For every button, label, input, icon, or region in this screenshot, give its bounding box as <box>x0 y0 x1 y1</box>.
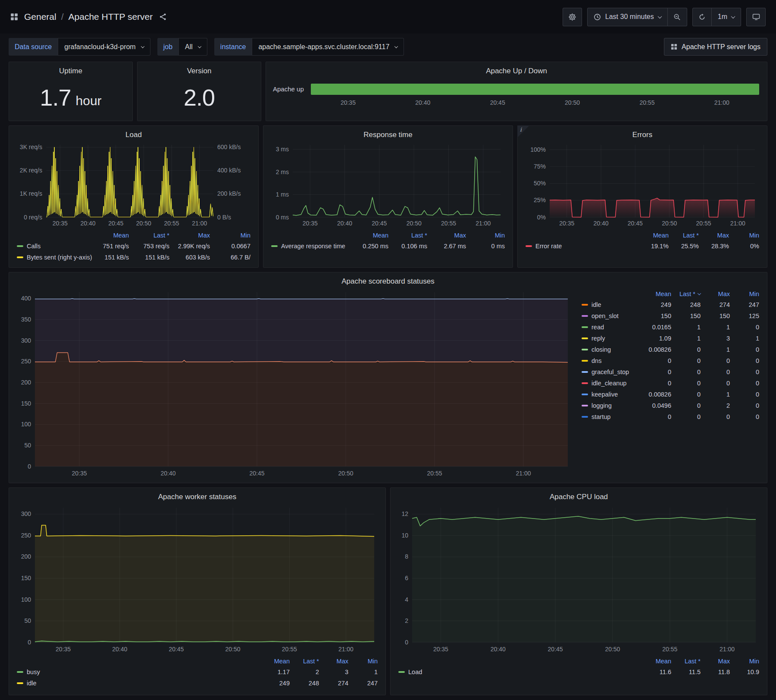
errors-panel: i Errors 0%25%50%75%100%20:3520:4020:452… <box>517 125 767 268</box>
legend-header[interactable]: Last * <box>673 658 701 665</box>
legend-header[interactable]: Mean <box>351 232 388 239</box>
cpu-load-chart[interactable]: 02468101220:3520:4020:4520:5020:5521:00 <box>396 503 762 655</box>
legend-item[interactable]: open_slot <box>582 312 642 319</box>
svg-text:0 req/s: 0 req/s <box>24 214 42 221</box>
legend-value: 0.0496 <box>644 402 671 409</box>
load-chart[interactable]: 0 req/s1K req/s2K req/s3K req/s0 B/s200 … <box>14 141 253 229</box>
series-color-dash <box>582 394 588 395</box>
series-color-dash <box>582 349 588 350</box>
panel-title[interactable]: Apache Up / Down <box>271 65 762 78</box>
svg-text:21:00: 21:00 <box>338 646 354 653</box>
legend-item[interactable]: startup <box>582 413 642 420</box>
legend-value: 19.1% <box>640 243 669 250</box>
panel-title[interactable]: Apache scoreboard statuses <box>14 275 762 288</box>
legend-header[interactable]: Max <box>429 232 466 239</box>
legend-header[interactable]: Mean <box>262 658 290 665</box>
panel-title[interactable]: Apache worker statuses <box>14 491 380 503</box>
tv-mode-button[interactable] <box>746 8 766 26</box>
legend-header[interactable]: Last * <box>131 232 169 239</box>
legend-item[interactable]: Calls <box>17 243 88 250</box>
worker-statuses-chart[interactable]: 05010015020025030020:3520:4020:4520:5020… <box>14 503 380 655</box>
panel-info-icon[interactable]: i <box>517 125 529 138</box>
zoom-out-button[interactable] <box>668 8 687 26</box>
breadcrumb-dashboard-title: Apache HTTP server <box>69 12 153 22</box>
legend-value: 249 <box>262 680 290 687</box>
legend-item[interactable]: idle <box>582 301 642 308</box>
legend-item[interactable]: idle_cleanup <box>582 380 642 387</box>
legend-header[interactable]: Mean <box>640 232 669 239</box>
legend-header[interactable]: Max <box>702 658 730 665</box>
legend-value: 11.5 <box>673 669 701 675</box>
legend-header[interactable]: Mean <box>644 291 671 297</box>
svg-text:20:40: 20:40 <box>593 220 608 227</box>
panel-title[interactable]: Uptime <box>14 65 127 78</box>
legend-item[interactable]: Error rate <box>526 243 638 250</box>
legend-header[interactable]: Max <box>171 232 210 239</box>
legend-header[interactable]: Mean <box>90 232 129 239</box>
legend-value: 0.00826 <box>644 346 671 353</box>
breadcrumb-folder[interactable]: General <box>24 12 56 22</box>
share-icon[interactable] <box>159 13 167 21</box>
legend-item[interactable]: reply <box>582 335 642 342</box>
instance-select[interactable]: apache.sample-apps.svc.cluster.local:911… <box>252 38 404 56</box>
legend-header[interactable]: Last * <box>390 232 427 239</box>
legend-header[interactable]: Last * <box>673 291 701 297</box>
datasource-select[interactable]: grafanacloud-k3d-prom <box>58 38 150 56</box>
legend-header[interactable]: Min <box>212 232 250 239</box>
legend-item[interactable]: Load <box>398 669 642 675</box>
version-stat: 2.0 <box>143 78 256 117</box>
apache-logs-button[interactable]: Apache HTTP server logs <box>664 38 767 56</box>
legend-row: startup0000 <box>582 411 759 422</box>
legend-header[interactable]: Max <box>701 232 729 239</box>
legend-value: 151 kB/s <box>90 254 129 261</box>
panel-title[interactable]: Errors <box>523 128 762 141</box>
panel-title[interactable]: Apache CPU load <box>396 491 762 503</box>
refresh-button[interactable] <box>692 8 712 26</box>
legend-value: 0.0165 <box>644 324 671 331</box>
legend-value: 0 <box>673 369 701 375</box>
legend-item[interactable]: busy <box>17 669 260 675</box>
legend-item[interactable]: idle <box>17 680 260 687</box>
legend-item[interactable]: dns <box>582 357 642 364</box>
legend-header[interactable]: Last * <box>291 658 319 665</box>
legend-header[interactable]: Min <box>468 232 505 239</box>
updown-series-label[interactable]: Apache up <box>273 84 304 107</box>
legend-item[interactable]: graceful_stop <box>582 369 642 375</box>
legend-header[interactable]: Min <box>732 658 759 665</box>
legend-header[interactable]: Min <box>731 232 759 239</box>
legend-item[interactable]: keepalive <box>582 391 642 398</box>
apps-grid-icon[interactable] <box>10 13 18 21</box>
legend-header[interactable]: Max <box>702 291 730 297</box>
legend-value: 11.8 <box>702 669 730 675</box>
panel-title[interactable]: Response time <box>269 128 507 141</box>
legend-value: 66.7 B/ <box>212 254 250 261</box>
legend-item[interactable]: Bytes sent (right y-axis) <box>17 254 88 261</box>
svg-text:0: 0 <box>405 639 408 646</box>
svg-text:250: 250 <box>21 532 31 539</box>
panel-title[interactable]: Version <box>143 65 256 78</box>
legend-header[interactable]: Max <box>321 658 348 665</box>
legend-item[interactable]: Average response time <box>271 243 350 250</box>
dashboard-settings-button[interactable] <box>563 8 582 26</box>
svg-text:0: 0 <box>28 463 31 470</box>
legend-item[interactable]: read <box>582 324 642 331</box>
svg-text:0%: 0% <box>537 214 546 221</box>
job-select[interactable]: All <box>178 38 207 56</box>
svg-text:20:40: 20:40 <box>337 220 352 227</box>
legend-header[interactable]: Min <box>350 658 378 665</box>
legend-value: 0% <box>731 243 759 250</box>
legend-header[interactable]: Min <box>732 291 759 297</box>
legend-header[interactable]: Last * <box>670 232 699 239</box>
response-time-chart[interactable]: 0 ms1 ms2 ms3 ms20:3520:4020:4520:5020:5… <box>269 141 507 229</box>
legend-item[interactable]: logging <box>582 402 642 409</box>
legend-item[interactable]: closing <box>582 346 642 353</box>
apache-up-bar[interactable] <box>311 84 759 95</box>
scoreboard-chart[interactable]: 05010015020025030035040020:3520:4020:452… <box>14 288 572 479</box>
panel-title[interactable]: Load <box>14 128 253 141</box>
errors-chart[interactable]: 0%25%50%75%100%20:3520:4020:4520:5020:55… <box>523 141 762 229</box>
refresh-interval-picker[interactable]: 1m <box>712 8 741 26</box>
legend-header[interactable]: Mean <box>644 658 671 665</box>
svg-text:20:35: 20:35 <box>56 646 71 653</box>
svg-text:2: 2 <box>405 617 408 624</box>
time-range-picker[interactable]: Last 30 minutes <box>587 8 668 26</box>
